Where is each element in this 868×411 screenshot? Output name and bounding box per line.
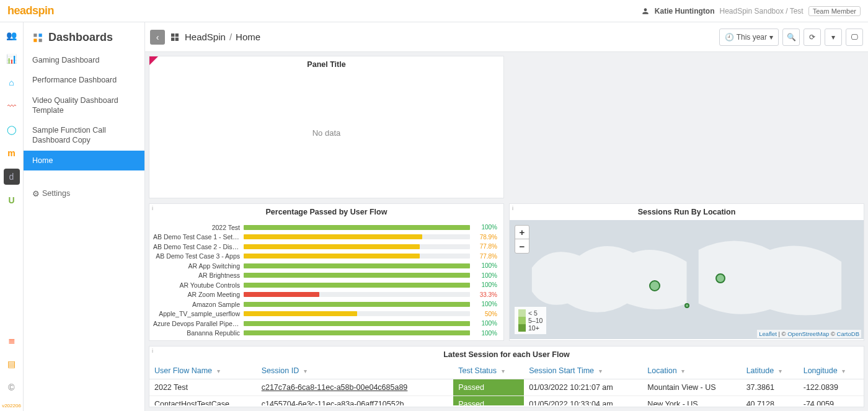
grid-icon[interactable] [170, 32, 180, 42]
rail-curve-icon[interactable]: 〰 [4, 98, 20, 114]
svg-rect-2 [33, 38, 37, 42]
flow-pct: 78.9% [474, 234, 497, 241]
flow-row[interactable]: AR App Switching100% [153, 261, 497, 271]
rail-dash-icon[interactable]: d [4, 169, 20, 185]
flow-pct: 77.8% [474, 243, 497, 250]
panel-title[interactable]: Sessions Run By Location [510, 204, 864, 220]
flow-row[interactable]: AB Demo Test Case 3 - Apps77.8% [153, 252, 497, 262]
cell-start-time: 01/05/2022 10:33:04 am [524, 396, 642, 406]
rail-home-icon[interactable]: ⌂ [4, 74, 20, 91]
panel-map: i Sessions Run By Location + − < 55–1010… [509, 203, 864, 341]
refresh-menu-button[interactable]: ▾ [825, 29, 842, 46]
flow-pct: 77.8% [474, 253, 497, 260]
leaflet-link[interactable]: Leaflet [759, 330, 777, 337]
panel-info-icon[interactable]: i [152, 205, 153, 211]
flow-label: Azure Devops Parallel Pipeline [153, 320, 240, 327]
column-header[interactable]: User Flow Name ▾ [149, 363, 257, 379]
panel-title[interactable]: Percentage Passed by User Flow [149, 204, 503, 220]
panel-title[interactable]: Latest Session for each User Flow [149, 347, 864, 363]
map-point[interactable] [649, 280, 660, 291]
flow-pct: 50% [474, 311, 497, 317]
rail-loop-icon[interactable]: ◯ [4, 122, 20, 138]
rail-u-icon[interactable]: U [4, 192, 20, 208]
breadcrumb[interactable]: HeadSpin / Home [185, 32, 260, 42]
rail-copyright-icon[interactable]: © [4, 379, 20, 396]
breadcrumb-separator: / [229, 32, 232, 42]
zoom-in-button[interactable]: + [515, 226, 529, 239]
sidebar-settings[interactable]: ⚙ Settings [24, 183, 144, 205]
flow-bar [244, 283, 470, 288]
column-header[interactable]: Test Status ▾ [453, 363, 524, 379]
column-header[interactable]: Location ▾ [642, 363, 741, 379]
flow-bar-track [244, 234, 470, 239]
table-row[interactable]: 2022 Testc217c7a6-6ca8-11ec-a58b-00e04c6… [149, 379, 864, 396]
rail-chart-icon[interactable]: 📊 [4, 51, 20, 67]
zoom-out-button[interactable]: − [515, 239, 529, 253]
flow-row[interactable]: Apple_TV_sample_userflow50% [153, 309, 497, 319]
user-block[interactable]: Katie Huntington HeadSpin Sandbox / Test… [641, 6, 861, 16]
column-header[interactable]: Session Start Time ▾ [524, 363, 642, 379]
flow-row[interactable]: Amazon Sample100% [153, 299, 497, 309]
map-body[interactable]: + − < 55–1010+ Leaflet | © OpenStreetMap… [510, 220, 864, 339]
cell-session-id[interactable]: c1455704-6e3c-11ec-a83a-06aff710552b [257, 396, 453, 406]
rail-list-icon[interactable]: ≣ [4, 332, 20, 348]
flow-row[interactable]: AR Brightness100% [153, 271, 497, 281]
cell-latitude: 40.7128 [742, 396, 799, 406]
filter-icon[interactable]: ▾ [681, 368, 684, 374]
flow-row[interactable]: AB Demo Test Case 1 - Settings78.9% [153, 232, 497, 242]
refresh-button[interactable]: ⟳ [804, 29, 821, 46]
map-point[interactable] [684, 303, 689, 308]
no-data-message: No data [149, 128, 503, 138]
sidebar-item[interactable]: Sample Function Call Dashboard Copy [24, 120, 144, 151]
panel-alert-corner[interactable] [149, 56, 158, 65]
flow-bar [244, 330, 470, 335]
flow-label: Bananna Republic [153, 329, 240, 337]
flow-row[interactable]: AR Youtube Controls100% [153, 280, 497, 290]
filter-icon[interactable]: ▾ [304, 368, 307, 374]
back-button[interactable]: ‹ [150, 30, 165, 45]
svg-rect-1 [39, 33, 42, 37]
flow-row[interactable]: AB Demo Test Case 2 - Display77.8% [153, 242, 497, 252]
table-row[interactable]: ContactHostTestCasec1455704-6e3c-11ec-a8… [149, 396, 864, 406]
cartodb-link[interactable]: CartoDB [837, 330, 859, 337]
breadcrumb-space[interactable]: HeadSpin [185, 32, 226, 42]
flow-row[interactable]: Azure Devops Parallel Pipeline100% [153, 319, 497, 329]
flow-bar [244, 311, 357, 316]
rail-users-icon[interactable]: 👥 [4, 27, 20, 43]
panel-info-icon[interactable]: i [152, 348, 153, 354]
flow-row[interactable]: 2022 Test100% [153, 223, 497, 232]
column-header[interactable]: Session ID ▾ [257, 363, 453, 379]
flow-bar [244, 225, 470, 230]
column-header[interactable]: Latitude ▾ [742, 363, 799, 379]
flow-label: 2022 Test [153, 224, 240, 231]
panel-title[interactable]: Panel Title [149, 56, 503, 73]
map-legend: < 55–1010+ [515, 307, 546, 334]
sessions-table: User Flow Name ▾Session ID ▾Test Status … [149, 363, 864, 405]
sidebar-item[interactable]: Video Quality Dashboard Template [24, 91, 144, 121]
osm-link[interactable]: OpenStreetMap [787, 330, 829, 337]
sidebar-item[interactable]: Performance Dashboard [24, 70, 144, 90]
zoom-out-button[interactable]: 🔍 [782, 29, 800, 46]
chevron-down-icon: ▾ [831, 33, 835, 42]
map-point[interactable] [715, 273, 725, 283]
display-button[interactable]: 🖵 [846, 29, 863, 46]
svg-rect-5 [175, 33, 179, 37]
rail-m-icon[interactable]: m [4, 145, 20, 161]
panel-info-icon[interactable]: i [512, 205, 513, 211]
sidebar-item[interactable]: Gaming Dashboard [24, 50, 144, 70]
brand-logo[interactable]: headspin [7, 4, 54, 17]
sidebar-item[interactable]: Home [24, 151, 144, 170]
column-header[interactable]: Longitude ▾ [799, 363, 864, 379]
filter-icon[interactable]: ▾ [502, 368, 505, 374]
filter-icon[interactable]: ▾ [842, 368, 845, 374]
rail-doc-icon[interactable]: ▤ [4, 356, 20, 372]
filter-icon[interactable]: ▾ [217, 368, 220, 374]
filter-icon[interactable]: ▾ [779, 368, 782, 374]
flow-row[interactable]: AR Zoom Meeting33.3% [153, 290, 497, 300]
breadcrumb-page[interactable]: Home [236, 32, 260, 42]
flow-row[interactable]: Bananna Republic100% [153, 329, 497, 338]
time-range-picker[interactable]: 🕘 This year ▾ [719, 29, 779, 46]
panel-sessions-table: i Latest Session for each User Flow User… [149, 346, 864, 407]
cell-session-id[interactable]: c217c7a6-6ca8-11ec-a58b-00e04c685a89 [257, 379, 453, 396]
filter-icon[interactable]: ▾ [599, 368, 602, 374]
